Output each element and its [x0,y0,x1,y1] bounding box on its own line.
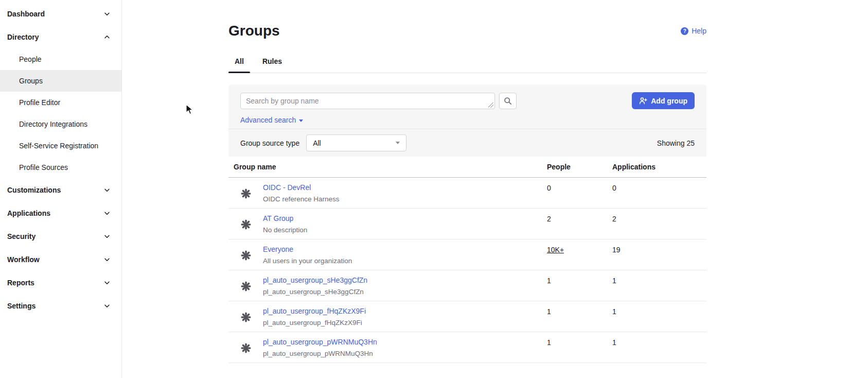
caret-down-icon [299,119,303,122]
search-icon [504,97,512,105]
group-name-link[interactable]: pl_auto_usergroup_pWRNMuQ3Hn [263,338,377,347]
advanced-search-link[interactable]: Advanced search [240,116,303,125]
group-description: pl_auto_usergroup_fHqZKzX9Fi [263,318,366,327]
group-description: No description [263,226,307,234]
page-title: Groups [228,22,280,40]
people-count: 0 [547,183,551,193]
group-icon [241,343,251,353]
column-header-people[interactable]: People [547,157,612,178]
sidebar-item-label: Applications [7,209,50,217]
sidebar-item-label: Customizations [7,186,61,194]
group-name-link[interactable]: pl_auto_usergroup_fHqZKzX9Fi [263,307,366,316]
search-button[interactable] [499,93,517,109]
chevron-down-icon [103,186,111,194]
group-name-cell: pl_auto_usergroup_pWRNMuQ3Hn pl_auto_use… [228,332,547,363]
group-source-type-select[interactable]: All [306,134,406,151]
sidebar-item-workflow[interactable]: Workflow [0,248,121,271]
group-name-cell: pl_auto_usergroup_sHe3ggCfZn pl_auto_use… [228,270,547,301]
sidebar-item-dashboard[interactable]: Dashboard [0,2,121,25]
sidebar-item-people[interactable]: People [0,48,121,70]
filter-row: Group source type All Showing 25 [228,129,706,157]
sidebar-item-customizations[interactable]: Customizations [0,178,121,201]
group-icon [241,281,251,291]
people-cell: 10K+ [547,239,612,270]
group-name-link[interactable]: pl_auto_usergroup_sHe3ggCfZn [263,276,367,285]
sidebar-nav: Dashboard Directory People Groups Profil… [0,2,121,317]
table-header-row: Group name People Applications [228,157,706,178]
people-cell: 2 [547,209,612,239]
chevron-down-icon [103,233,111,240]
chevron-down-icon [103,210,111,217]
group-name-link[interactable]: Everyone [263,245,293,254]
chevron-down-icon [103,279,111,286]
people-cell: 1 [547,332,612,363]
tab-label: Rules [262,57,282,65]
people-count: 1 [547,307,551,316]
group-description: pl_auto_usergroup_pWRNMuQ3Hn [263,349,377,358]
sidebar-item-settings[interactable]: Settings [0,294,121,317]
applications-cell: 1 [612,270,706,301]
applications-count: 1 [612,307,616,316]
sidebar-item-profile-editor[interactable]: Profile Editor [0,92,121,113]
showing-count: Showing 25 [657,139,695,147]
groups-table-body: OIDC - DevRel OIDC reference Harness 0 0 [228,178,706,363]
sidebar-subitem-label: People [19,55,42,63]
help-icon: ? [681,27,688,35]
sidebar-item-label: Dashboard [7,10,45,18]
group-icon [241,312,251,322]
people-cell: 1 [547,270,612,301]
app-window: Dashboard Directory People Groups Profil… [0,0,868,378]
sidebar-item-profile-sources[interactable]: Profile Sources [0,157,121,178]
group-description: OIDC reference Harness [263,195,340,203]
group-name-link[interactable]: OIDC - DevRel [263,183,311,192]
sidebar-item-self-service-registration[interactable]: Self-Service Registration [0,135,121,157]
search-filter-panel: Add group Advanced search Group source t… [228,84,706,157]
select-value: All [313,139,321,147]
help-label: Help [692,27,706,35]
group-name-link[interactable]: AT Group [263,214,293,223]
applications-cell: 2 [612,209,706,239]
help-link[interactable]: ? Help [681,27,706,35]
page-header: Groups ? Help [228,22,706,40]
table-row: pl_auto_usergroup_pWRNMuQ3Hn pl_auto_use… [228,332,706,363]
applications-cell: 0 [612,178,706,209]
column-header-group-name[interactable]: Group name [228,157,547,178]
sidebar-subitem-label: Profile Editor [19,98,60,107]
group-name-cell: Everyone All users in your organization [228,239,547,270]
group-name-cell: AT Group No description [228,209,547,239]
group-description: All users in your organization [263,256,352,265]
search-input[interactable] [240,93,495,109]
group-name-cell: pl_auto_usergroup_fHqZKzX9Fi pl_auto_use… [228,301,547,332]
sidebar-item-groups[interactable]: Groups [0,70,121,92]
table-row: OIDC - DevRel OIDC reference Harness 0 0 [228,178,706,209]
sidebar-item-reports[interactable]: Reports [0,271,121,294]
sidebar-subitem-label: Directory Integrations [19,120,87,128]
applications-cell: 19 [612,239,706,270]
tab-rules[interactable]: Rules [256,57,288,73]
search-input-wrap [240,93,495,109]
applications-count: 1 [612,276,616,285]
chevron-down-icon [103,33,111,41]
sidebar-item-applications[interactable]: Applications [0,201,121,225]
group-source-type-label: Group source type [240,139,299,147]
advanced-search-label: Advanced search [240,116,296,125]
people-count: 1 [547,276,551,285]
sidebar-subitem-label: Self-Service Registration [19,142,98,150]
add-group-button[interactable]: Add group [632,92,695,109]
table-row: pl_auto_usergroup_sHe3ggCfZn pl_auto_use… [228,270,706,301]
applications-cell: 1 [612,301,706,332]
caret-down-icon [396,142,400,144]
tab-all[interactable]: All [228,57,250,73]
group-description: pl_auto_usergroup_sHe3ggCfZn [263,287,367,296]
tabs: All Rules [228,57,706,73]
column-header-applications[interactable]: Applications [612,157,706,178]
sidebar-item-security[interactable]: Security [0,225,121,248]
people-cell: 1 [547,301,612,332]
people-count-link[interactable]: 10K+ [547,245,564,254]
people-count: 2 [547,214,551,224]
tab-label: All [235,57,244,65]
sidebar-item-label: Workflow [7,255,40,264]
sidebar-item-directory[interactable]: Directory [0,25,121,48]
sidebar-item-directory-integrations[interactable]: Directory Integrations [0,113,121,135]
add-group-label: Add group [651,97,687,105]
